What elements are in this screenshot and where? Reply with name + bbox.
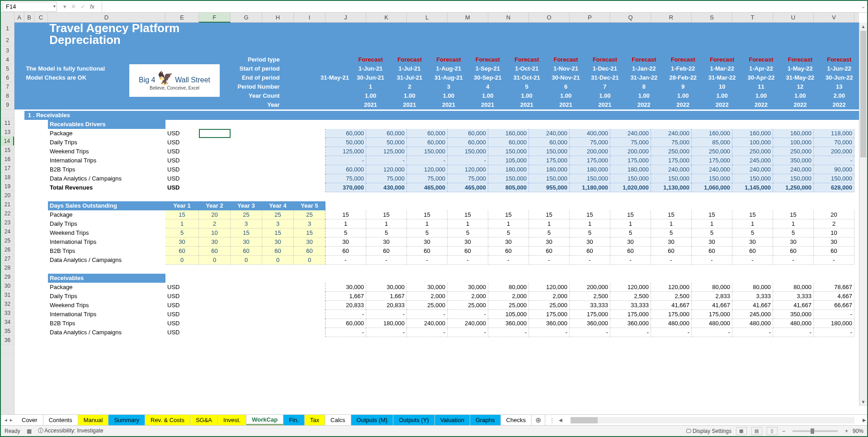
recv-cell[interactable]: 360,000: [529, 319, 570, 328]
pad[interactable]: [34, 156, 48, 165]
col-header-Q[interactable]: Q: [610, 13, 651, 23]
year-head[interactable]: Year 4: [262, 201, 294, 210]
dso-period-cell[interactable]: 15: [651, 210, 692, 219]
forecast-label[interactable]: Forecast: [781, 55, 820, 64]
forecast-label[interactable]: Forecast: [547, 55, 585, 64]
year-val[interactable]: 2021: [468, 100, 507, 109]
pad[interactable]: [262, 147, 294, 156]
row-header-20[interactable]: 20: [1, 191, 14, 200]
pad[interactable]: [231, 283, 262, 292]
rev-cell[interactable]: 175,000: [610, 156, 651, 165]
pad[interactable]: [294, 174, 326, 183]
pad[interactable]: [34, 183, 48, 192]
dso-period-cell[interactable]: 15: [326, 210, 366, 219]
recv-cell[interactable]: 41,667: [692, 301, 732, 310]
pad[interactable]: [14, 100, 24, 109]
row-header-33[interactable]: 33: [1, 309, 14, 318]
year-val[interactable]: 2021: [508, 100, 547, 109]
forecast-label[interactable]: Forecast: [585, 55, 624, 64]
recv-cell[interactable]: 175,000: [610, 310, 651, 319]
row-header-32[interactable]: 32: [1, 299, 14, 309]
pad[interactable]: [294, 292, 326, 301]
rev-cell[interactable]: 240,000: [773, 165, 814, 174]
dso-period-cell[interactable]: 60: [448, 247, 488, 256]
dso-period-cell[interactable]: -: [448, 256, 488, 265]
dso-period-cell[interactable]: 30: [692, 238, 732, 247]
pad[interactable]: [262, 292, 294, 301]
row-header-17[interactable]: 17: [1, 164, 14, 173]
rev-cell[interactable]: 180,000: [488, 165, 529, 174]
recv-cell[interactable]: 33,333: [610, 301, 651, 310]
year-val[interactable]: 2021: [585, 100, 624, 109]
rev-cell[interactable]: -: [407, 156, 448, 165]
dso-period-cell[interactable]: 5: [366, 228, 407, 238]
unit-usd[interactable]: USD: [165, 328, 199, 337]
recv-cell[interactable]: 120,000: [610, 283, 651, 292]
dso-period-cell[interactable]: 15: [448, 210, 488, 219]
rev-cell[interactable]: 118,000: [814, 129, 854, 138]
rev-cell[interactable]: 75,000: [407, 174, 448, 183]
rev-cell[interactable]: 150,000: [732, 174, 773, 183]
unit-usd[interactable]: USD: [165, 310, 199, 319]
recv-cell[interactable]: 25,000: [448, 301, 488, 310]
col-header-L[interactable]: L: [407, 13, 448, 23]
pad[interactable]: [231, 301, 262, 310]
scroll-right-icon[interactable]: ▶: [862, 418, 867, 423]
rev-cell[interactable]: -: [366, 156, 407, 165]
pad[interactable]: [282, 82, 351, 91]
pad[interactable]: [14, 319, 24, 328]
total-rev-cell[interactable]: 955,000: [529, 183, 570, 192]
total-rev-cell[interactable]: 465,000: [448, 183, 488, 192]
recv-cell[interactable]: 200,000: [570, 283, 610, 292]
zoom-thumb[interactable]: [811, 428, 814, 434]
dso-period-cell[interactable]: 10: [814, 228, 854, 238]
zoom-slider[interactable]: [793, 430, 838, 432]
pad[interactable]: [34, 292, 48, 301]
row-header-16[interactable]: 16: [1, 155, 14, 164]
recv-cell[interactable]: 480,000: [732, 319, 773, 328]
row-header-2[interactable]: 2: [1, 34, 14, 46]
recv-cell[interactable]: 180,000: [366, 319, 407, 328]
dso-period-cell[interactable]: 2: [814, 219, 854, 228]
rev-cell[interactable]: 100,000: [773, 138, 814, 147]
rev-cell[interactable]: 240,000: [732, 165, 773, 174]
recv-label[interactable]: International Trips: [48, 310, 165, 319]
recv-cell[interactable]: 2,000: [448, 292, 488, 301]
recv-cell[interactable]: 30,000: [407, 283, 448, 292]
row-header-36[interactable]: 36: [1, 336, 14, 345]
sheet-tab-cover[interactable]: Cover: [16, 415, 43, 425]
col-header-H[interactable]: H: [262, 13, 294, 23]
driver-label[interactable]: B2B Trips: [48, 165, 165, 174]
row-header-23[interactable]: 23: [1, 218, 14, 227]
recv-cell[interactable]: -: [570, 328, 610, 337]
dso-period-cell[interactable]: 60: [814, 247, 854, 256]
period-start[interactable]: 1-Aug-21: [429, 64, 468, 73]
rev-cell[interactable]: -: [814, 156, 854, 165]
dso-period-cell[interactable]: 30: [529, 238, 570, 247]
total-rev-cell[interactable]: 1,145,000: [732, 183, 773, 192]
dso-period-cell[interactable]: 30: [366, 238, 407, 247]
rev-cell[interactable]: -: [448, 156, 488, 165]
pad[interactable]: [14, 238, 24, 247]
dso-period-cell[interactable]: 60: [407, 247, 448, 256]
pad[interactable]: [14, 156, 24, 165]
row-header-gap[interactable]: [1, 345, 14, 354]
vscroll-thumb[interactable]: [860, 31, 866, 157]
dso-year-cell[interactable]: 15: [165, 210, 199, 219]
dso-period-cell[interactable]: 60: [651, 247, 692, 256]
rev-cell[interactable]: 250,000: [651, 147, 692, 156]
period-num[interactable]: 4: [468, 82, 507, 91]
recv-cell[interactable]: 180,000: [814, 319, 854, 328]
dso-period-cell[interactable]: 1: [570, 219, 610, 228]
recv-cell[interactable]: -: [326, 310, 366, 319]
period-end[interactable]: 30-Sep-21: [468, 73, 507, 82]
dso-period-cell[interactable]: 60: [326, 247, 366, 256]
recv-cell[interactable]: 20,833: [366, 301, 407, 310]
pad[interactable]: [24, 138, 34, 147]
pad[interactable]: [24, 274, 34, 283]
rev-cell[interactable]: 75,000: [366, 174, 407, 183]
year-val[interactable]: 2022: [781, 100, 820, 109]
year-val[interactable]: 2021: [351, 100, 390, 109]
name-box-dropdown-icon[interactable]: ▾: [53, 4, 56, 9]
recv-cell[interactable]: -: [732, 328, 773, 337]
